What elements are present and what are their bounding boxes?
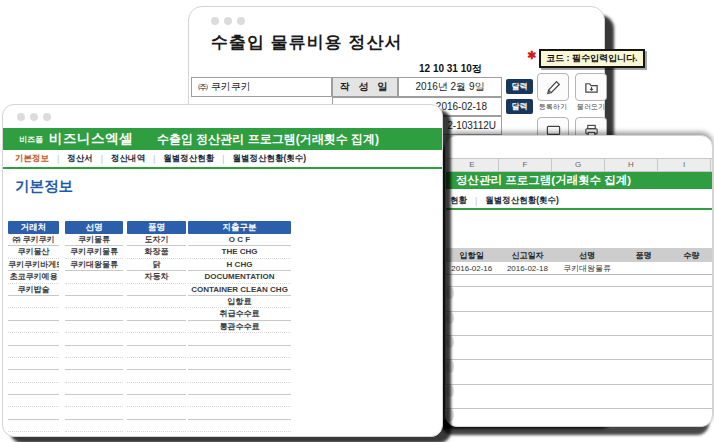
table-cell[interactable]: 닭 bbox=[127, 259, 186, 271]
table-cell[interactable]: DOCUMENTATION bbox=[188, 271, 291, 283]
window-dot-icon[interactable] bbox=[43, 113, 51, 121]
table-cell[interactable]: 도자기 bbox=[127, 234, 186, 246]
table-cell[interactable]: 2016-02-16 bbox=[446, 264, 498, 273]
table-cell[interactable]: 쿠키물류 bbox=[65, 234, 123, 246]
table-cell[interactable] bbox=[65, 333, 123, 345]
empty-row[interactable] bbox=[446, 299, 712, 311]
table-cell[interactable] bbox=[65, 308, 123, 320]
table-cell[interactable] bbox=[188, 358, 291, 370]
table-cell[interactable]: 쿠키밥술 bbox=[8, 284, 59, 296]
table-cell[interactable]: O C F bbox=[188, 234, 291, 246]
column-letter-F[interactable]: F bbox=[499, 159, 552, 171]
table-cell[interactable] bbox=[65, 395, 123, 407]
table-cell[interactable]: 쿠키물산 bbox=[8, 246, 59, 258]
table-cell[interactable] bbox=[8, 383, 59, 395]
table-cell[interactable]: 통관수수료 bbox=[188, 321, 291, 333]
empty-row[interactable] bbox=[446, 275, 712, 287]
column-letter-I[interactable]: I bbox=[658, 159, 711, 171]
table-cell[interactable] bbox=[8, 407, 59, 419]
table-cell[interactable] bbox=[127, 296, 186, 308]
column-letter-G[interactable]: G bbox=[552, 159, 605, 171]
empty-row[interactable] bbox=[446, 360, 454, 372]
tab-clipped[interactable]: 현황 bbox=[450, 195, 467, 207]
table-cell[interactable]: 초코쿠키예용 bbox=[8, 271, 59, 283]
table-cell[interactable] bbox=[8, 395, 59, 407]
column-letter-H[interactable]: H bbox=[605, 159, 658, 171]
table-cell[interactable]: H CHG bbox=[188, 259, 291, 271]
table-cell[interactable] bbox=[188, 395, 291, 407]
empty-row[interactable] bbox=[446, 409, 454, 421]
empty-row[interactable] bbox=[446, 397, 712, 409]
tab-기본정보[interactable]: 기본정보 bbox=[15, 153, 49, 165]
table-cell[interactable]: 2016-02-18 bbox=[498, 264, 558, 273]
table-cell[interactable] bbox=[8, 358, 59, 370]
empty-row[interactable] bbox=[446, 373, 712, 385]
table-cell[interactable] bbox=[8, 370, 59, 382]
table-cell[interactable] bbox=[127, 358, 186, 370]
table-cell[interactable] bbox=[188, 370, 291, 382]
tab-정산내역[interactable]: 정산내역 bbox=[111, 153, 145, 165]
table-cell[interactable]: 입항료 bbox=[188, 296, 291, 308]
table-cell[interactable]: THE CHG bbox=[188, 246, 291, 258]
calendar-button[interactable]: 달력 bbox=[506, 99, 533, 114]
table-cell[interactable] bbox=[8, 321, 59, 333]
table-cell[interactable] bbox=[127, 284, 186, 296]
table-cell[interactable] bbox=[65, 407, 123, 419]
empty-row[interactable] bbox=[446, 348, 712, 360]
tab-월별정산현황[interactable]: 월별정산현황 bbox=[163, 153, 214, 165]
window-dot-icon[interactable] bbox=[30, 113, 38, 121]
table-cell[interactable] bbox=[65, 346, 123, 358]
table-cell[interactable] bbox=[188, 420, 291, 432]
tab-monthly-count[interactable]: 월별정산현황(횟수) bbox=[485, 195, 559, 207]
table-cell[interactable]: 자동차 bbox=[127, 271, 186, 283]
window-dot-icon[interactable] bbox=[224, 17, 232, 25]
table-cell[interactable] bbox=[127, 395, 186, 407]
empty-row[interactable] bbox=[446, 324, 712, 336]
table-cell[interactable]: ㈜ 쿠키쿠키 bbox=[8, 234, 59, 246]
empty-row[interactable] bbox=[446, 385, 454, 397]
table-cell[interactable]: 취급수수료 bbox=[188, 308, 291, 320]
table-cell[interactable] bbox=[65, 321, 123, 333]
table-cell[interactable]: 쿠키대왕물류 bbox=[65, 259, 123, 271]
company-field[interactable]: ㈜ 쿠키쿠키 bbox=[191, 77, 332, 97]
table-cell[interactable] bbox=[127, 420, 186, 432]
table-cell[interactable] bbox=[127, 346, 186, 358]
table-cell[interactable] bbox=[188, 346, 291, 358]
tab-월별정산현황(횟수)[interactable]: 월별정산현황(횟수) bbox=[232, 153, 306, 165]
empty-row[interactable] bbox=[446, 336, 454, 348]
table-cell[interactable] bbox=[127, 370, 186, 382]
empty-row[interactable] bbox=[446, 287, 454, 299]
pencil-button[interactable]: 등록하기 bbox=[537, 73, 569, 112]
calendar-button[interactable]: 달력 bbox=[506, 79, 533, 94]
window-dot-icon[interactable] bbox=[211, 17, 219, 25]
table-cell[interactable] bbox=[65, 271, 123, 283]
table-cell[interactable] bbox=[127, 383, 186, 395]
empty-row[interactable] bbox=[446, 312, 454, 324]
table-cell[interactable] bbox=[8, 333, 59, 345]
table-cell[interactable] bbox=[65, 358, 123, 370]
table-cell[interactable]: 쿠키쿠키물류 bbox=[65, 246, 123, 258]
table-cell[interactable]: 쿠키쿠키바게뜨 bbox=[8, 259, 59, 271]
table-cell[interactable] bbox=[127, 308, 186, 320]
table-cell[interactable] bbox=[65, 370, 123, 382]
table-cell[interactable] bbox=[127, 407, 186, 419]
table-cell[interactable] bbox=[65, 284, 123, 296]
table-cell[interactable] bbox=[65, 296, 123, 308]
table-cell[interactable] bbox=[8, 308, 59, 320]
table-cell[interactable]: CONTAINER CLEAN CHG bbox=[188, 284, 291, 296]
table-cell[interactable] bbox=[127, 321, 186, 333]
window-dot-icon[interactable] bbox=[17, 113, 25, 121]
table-cell[interactable] bbox=[8, 420, 59, 432]
folder-load-button[interactable]: 불러오기 bbox=[575, 73, 607, 112]
window-dot-icon[interactable] bbox=[237, 17, 245, 25]
table-cell[interactable] bbox=[127, 333, 186, 345]
column-letter-E[interactable]: E bbox=[446, 159, 499, 171]
table-cell[interactable] bbox=[65, 383, 123, 395]
table-cell[interactable] bbox=[188, 407, 291, 419]
table-cell[interactable]: 쿠키대왕물류 bbox=[557, 263, 617, 274]
table-cell[interactable] bbox=[8, 346, 59, 358]
table-cell[interactable] bbox=[65, 420, 123, 432]
table-cell[interactable]: 화장품 bbox=[127, 246, 186, 258]
table-cell[interactable] bbox=[188, 333, 291, 345]
table-cell[interactable] bbox=[188, 383, 291, 395]
